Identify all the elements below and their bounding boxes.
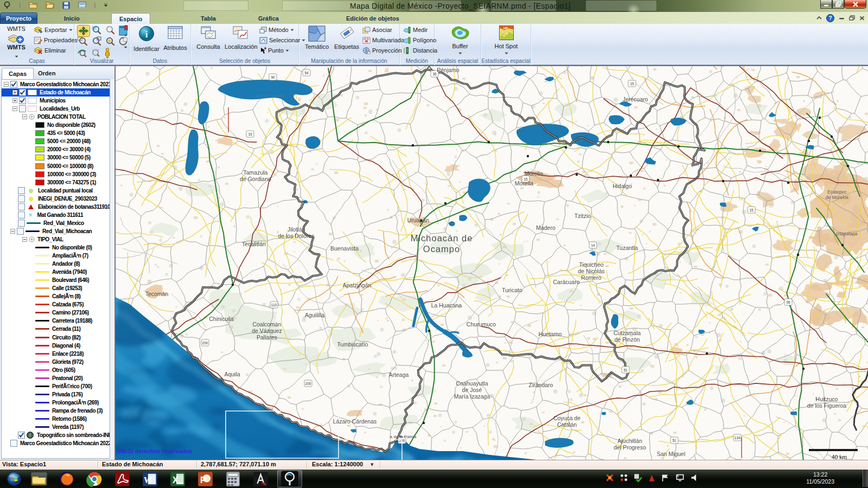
- svg-text:35: 35: [432, 72, 437, 76]
- svg-text:Uruapan: Uruapan: [407, 217, 429, 223]
- svg-text:Madero: Madero: [536, 224, 556, 231]
- svg-text:Arteaga: Arteaga: [389, 371, 409, 378]
- svg-text:15: 15: [248, 132, 252, 136]
- svg-text:de Morelos: de Morelos: [826, 195, 848, 200]
- svg-text:Iztapalapa: Iztapalapa: [836, 231, 857, 236]
- svg-text:Tzitzio: Tzitzio: [575, 213, 591, 219]
- svg-text:14: 14: [591, 243, 595, 247]
- svg-text:200: 200: [202, 341, 208, 345]
- svg-text:Buenavista: Buenavista: [330, 245, 359, 252]
- svg-text:HP: HP: [503, 27, 508, 30]
- svg-text:Turicato: Turicato: [502, 287, 522, 293]
- svg-text:Morelia: Morelia: [515, 180, 534, 187]
- svg-text:Pallares: Pallares: [257, 334, 277, 341]
- svg-text:134: 134: [735, 436, 741, 440]
- svg-text:Ecatepec: Ecatepec: [827, 189, 847, 195]
- svg-text:Cutzamala: Cutzamala: [614, 330, 641, 336]
- svg-text:Churumuco: Churumuco: [467, 321, 496, 328]
- svg-text:Tiquicheo: Tiquicheo: [579, 261, 603, 268]
- svg-text:51: 51: [672, 439, 676, 442]
- svg-text:Tuzantla: Tuzantla: [616, 245, 638, 251]
- svg-text:54: 54: [304, 71, 309, 75]
- svg-text:Michoacán de: Michoacán de: [411, 233, 473, 243]
- svg-text:110: 110: [271, 303, 277, 307]
- svg-text:de José: de José: [462, 387, 482, 393]
- svg-text:Coahuayutla: Coahuayutla: [456, 380, 488, 387]
- svg-text:Tecalitlán: Tecalitlán: [242, 241, 266, 247]
- svg-text:de los Dolores: de los Dolores: [278, 233, 314, 239]
- svg-text:Zirándaro: Zirándaro: [529, 382, 553, 388]
- svg-text:Huetamo: Huetamo: [539, 331, 562, 337]
- svg-text:Tumbiscatío: Tumbiscatío: [337, 341, 368, 348]
- svg-text:Tamazula: Tamazula: [244, 169, 268, 176]
- svg-text:51: 51: [623, 368, 628, 372]
- svg-text:?: ?: [828, 15, 832, 21]
- svg-text:de los Figueroa: de los Figueroa: [807, 402, 847, 409]
- svg-text:15: 15: [749, 208, 754, 212]
- svg-text:Romero: Romero: [581, 274, 602, 281]
- svg-text:Apatzingán: Apatzingán: [343, 282, 372, 288]
- svg-text:Chinicuila: Chinicuila: [209, 316, 234, 322]
- svg-text:Aquila: Aquila: [224, 371, 240, 377]
- svg-text:La Huacana: La Huacana: [431, 302, 462, 309]
- svg-text:Pénjamo: Pénjamo: [437, 67, 459, 73]
- svg-text:Hidalgo: Hidalgo: [612, 183, 632, 189]
- svg-text:del Progreso: del Progreso: [614, 444, 646, 451]
- svg-text:P: P: [200, 475, 206, 484]
- svg-text:San Miguel: San Miguel: [657, 451, 686, 457]
- svg-text:Jilotlán: Jilotlán: [288, 226, 305, 233]
- svg-text:Ajuchitlán: Ajuchitlán: [617, 438, 642, 444]
- svg-text:X: X: [173, 475, 178, 484]
- svg-text:95: 95: [786, 300, 790, 304]
- svg-text:Huitzuco: Huitzuco: [816, 396, 838, 402]
- svg-text:Coyuca de: Coyuca de: [553, 415, 580, 421]
- svg-text:15: 15: [630, 82, 634, 86]
- svg-text:Aguililla: Aguililla: [305, 312, 324, 318]
- svg-text:W: W: [144, 475, 152, 484]
- svg-text:200: 200: [305, 382, 311, 386]
- svg-text:90: 90: [271, 75, 275, 79]
- svg-text:de Gordiano: de Gordiano: [240, 176, 271, 182]
- svg-text:a de la Palma: a de la Palma: [390, 434, 417, 439]
- svg-text:Ocampo: Ocampo: [423, 244, 460, 254]
- svg-text:Coalcomán: Coalcomán: [252, 321, 281, 328]
- svg-text:Catalán: Catalán: [557, 421, 577, 428]
- svg-text:Lago de Chapala: Lago de Chapala: [253, 93, 284, 98]
- svg-text:INEGI derechos reservados: INEGI derechos reservados: [118, 448, 192, 454]
- svg-text:i: i: [145, 29, 148, 40]
- svg-text:María Izazaga: María Izazaga: [454, 393, 490, 400]
- svg-text:Jerécuaro: Jerécuaro: [623, 96, 648, 102]
- svg-text:de Vázquez: de Vázquez: [252, 328, 282, 334]
- svg-text:40 km: 40 km: [832, 454, 847, 460]
- svg-text:de Pinzón: de Pinzón: [615, 336, 640, 343]
- svg-text:Lázaro Cárdenas: Lázaro Cárdenas: [333, 418, 377, 425]
- svg-text:Carácuaro: Carácuaro: [553, 279, 579, 285]
- svg-text:de Nicolás: de Nicolás: [578, 268, 604, 274]
- svg-text:Tecomán: Tecomán: [145, 291, 169, 297]
- svg-text:Morelia: Morelia: [525, 170, 544, 177]
